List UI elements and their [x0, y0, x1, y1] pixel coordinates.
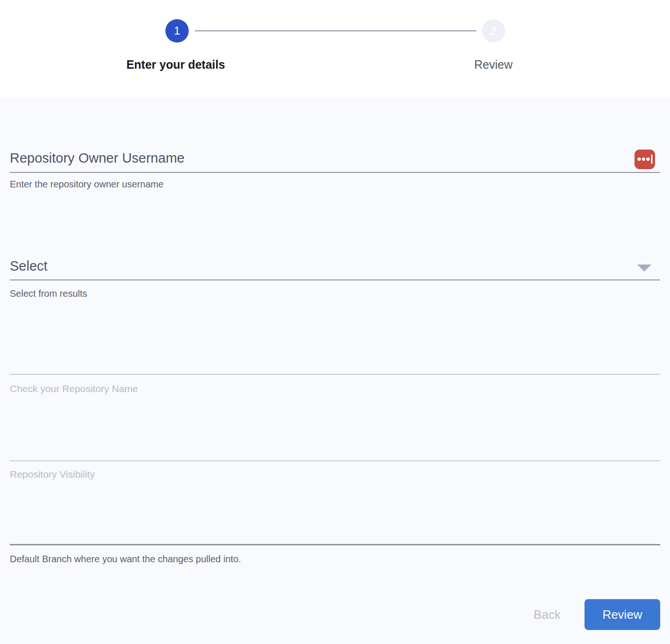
repository-name-input[interactable]: Check your Repository Name: [10, 383, 138, 394]
repository-select-dropdown[interactable]: Select: [10, 258, 48, 274]
repository-owner-username-input[interactable]: Repository Owner Username: [10, 150, 185, 166]
password-manager-icon[interactable]: [634, 150, 655, 169]
repository-visibility-input[interactable]: Repository Visibility: [10, 469, 95, 480]
repository-name-underline: [10, 374, 660, 375]
back-button[interactable]: Back: [520, 600, 575, 629]
step-1-indicator[interactable]: 1: [165, 19, 189, 43]
default-branch-helper: Default Branch where you want the change…: [10, 554, 241, 565]
repository-visibility-underline: [10, 460, 660, 461]
default-branch-underline: [10, 544, 660, 545]
step-2-indicator[interactable]: 2: [482, 19, 505, 43]
step-2-label: Review: [474, 58, 513, 72]
review-button[interactable]: Review: [584, 599, 660, 630]
repository-select-helper: Select from results: [10, 288, 87, 299]
step-connector-line: [195, 30, 477, 31]
step-2-number: 2: [490, 24, 496, 37]
chevron-down-icon[interactable]: [637, 265, 651, 272]
wizard-screen: 1 2 Enter your details Review Repository…: [0, 0, 670, 644]
repository-select-underline: [10, 279, 660, 280]
step-1-label: Enter your details: [126, 58, 225, 72]
repository-owner-username-helper: Enter the repository owner username: [10, 179, 164, 190]
step-1-number: 1: [174, 24, 180, 37]
repository-owner-username-underline: [10, 172, 660, 173]
